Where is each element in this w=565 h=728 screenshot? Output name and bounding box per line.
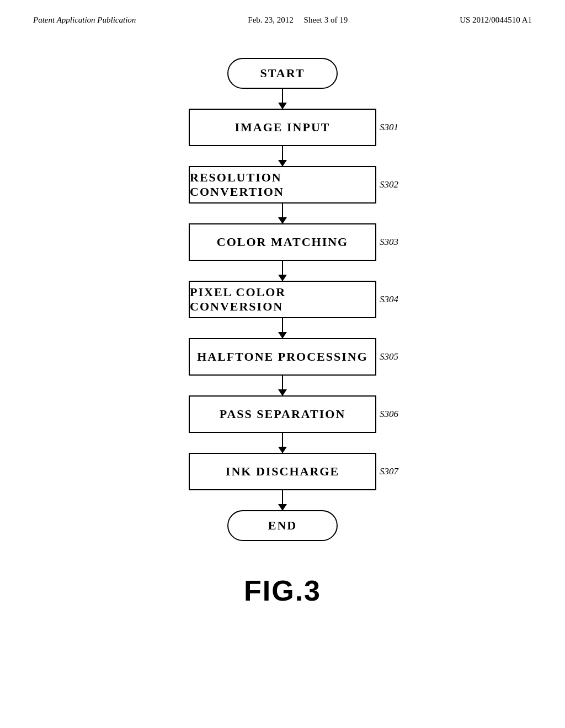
step-s305-row: HALFTONE PROCESSING S305 [156, 338, 409, 376]
step-s304-id: S304 [380, 294, 398, 305]
end-label: END [268, 518, 297, 533]
figure-caption-text: FIG.3 [244, 575, 321, 607]
flowchart: START IMAGE INPUT S301 RESOLUTION CONVER… [0, 58, 565, 607]
step-s303-box: COLOR MATCHING [189, 223, 376, 261]
step-s301-id: S301 [380, 122, 398, 133]
step-s301-row: IMAGE INPUT S301 [156, 109, 409, 146]
arrow-8 [282, 490, 284, 510]
step-s301-wrapper: IMAGE INPUT S301 [156, 109, 409, 166]
step-s305-wrapper: HALFTONE PROCESSING S305 [156, 338, 409, 395]
header-left: Patent Application Publication [33, 15, 136, 25]
step-s306-row: PASS SEPARATION S306 [156, 395, 409, 433]
arrow-6 [282, 376, 284, 395]
start-box: START [227, 58, 338, 89]
end-box: END [227, 510, 338, 541]
step-s303-row: COLOR MATCHING S303 [156, 223, 409, 261]
step-s302-label: RESOLUTION CONVERTION [190, 170, 375, 199]
step-s304-box: PIXEL COLOR CONVERSION [189, 281, 376, 318]
step-s304-wrapper: PIXEL COLOR CONVERSION S304 [156, 281, 409, 338]
step-s306-label: PASS SEPARATION [220, 407, 346, 421]
publication-date: Feb. 23, 2012 [248, 15, 294, 24]
step-s305-box: HALFTONE PROCESSING [189, 338, 376, 376]
step-s307-wrapper: INK DISCHARGE S307 [156, 453, 409, 510]
step-s301-label: IMAGE INPUT [235, 120, 331, 135]
page-header: Patent Application Publication Feb. 23, … [0, 0, 565, 25]
patent-number: US 2012/0044510 A1 [460, 15, 532, 24]
arrow-2 [282, 146, 284, 166]
arrow-4 [282, 261, 284, 281]
step-s307-row: INK DISCHARGE S307 [156, 453, 409, 490]
step-s305-id: S305 [380, 351, 398, 362]
step-s303-label: COLOR MATCHING [217, 235, 348, 249]
step-s303-wrapper: COLOR MATCHING S303 [156, 223, 409, 281]
step-s302-wrapper: RESOLUTION CONVERTION S302 [156, 166, 409, 223]
arrow-5 [282, 318, 284, 338]
step-s307-box: INK DISCHARGE [189, 453, 376, 490]
step-s304-label: PIXEL COLOR CONVERSION [190, 285, 375, 314]
step-s306-box: PASS SEPARATION [189, 395, 376, 433]
publication-label: Patent Application Publication [33, 15, 136, 24]
step-s302-box: RESOLUTION CONVERTION [189, 166, 376, 204]
step-s305-label: HALFTONE PROCESSING [197, 350, 368, 364]
header-center: Feb. 23, 2012 Sheet 3 of 19 [248, 15, 348, 25]
arrow-7 [282, 433, 284, 453]
step-s307-id: S307 [380, 466, 398, 477]
start-label: START [260, 66, 305, 81]
step-s307-label: INK DISCHARGE [226, 464, 339, 479]
step-s301-box: IMAGE INPUT [189, 109, 376, 146]
start-step: START [227, 58, 338, 109]
arrow-1 [282, 89, 284, 109]
step-s306-id: S306 [380, 409, 398, 420]
sheet-number: Sheet 3 of 19 [304, 15, 348, 24]
step-s302-id: S302 [380, 179, 398, 190]
step-s303-id: S303 [380, 237, 398, 248]
figure-caption: FIG.3 [244, 574, 321, 607]
arrow-3 [282, 204, 284, 223]
header-right: US 2012/0044510 A1 [460, 15, 532, 25]
step-s304-row: PIXEL COLOR CONVERSION S304 [156, 281, 409, 318]
step-s306-wrapper: PASS SEPARATION S306 [156, 395, 409, 453]
end-step: END [227, 510, 338, 541]
step-s302-row: RESOLUTION CONVERTION S302 [156, 166, 409, 204]
